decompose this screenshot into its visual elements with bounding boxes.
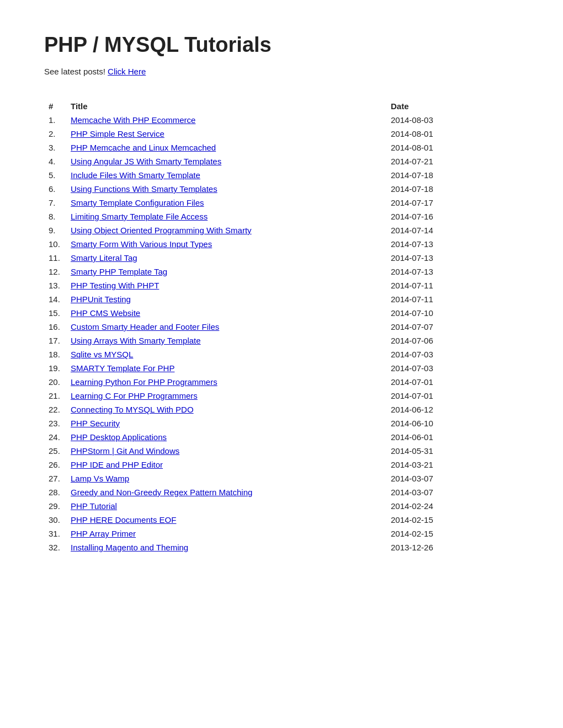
row-number: 17.: [44, 334, 66, 347]
row-title: PHP Testing With PHPT: [66, 279, 386, 292]
row-title: PHPUnit Testing: [66, 292, 386, 306]
tutorial-link[interactable]: PHP Simple Rest Service: [71, 129, 164, 138]
tutorial-link[interactable]: PHP Testing With PHPT: [71, 281, 159, 290]
tutorial-link[interactable]: PHP Security: [71, 419, 120, 428]
row-title: PHP IDE and PHP Editor: [66, 458, 386, 472]
tutorial-link[interactable]: Using Object Oriented Programming With S…: [71, 226, 252, 235]
tutorial-link[interactable]: PHP Array Primer: [71, 529, 136, 538]
table-row: 14.PHPUnit Testing2014-07-11: [44, 292, 519, 306]
row-date: 2014-07-13: [386, 265, 519, 279]
row-title: PHP Memcache and Linux Memcached: [66, 141, 386, 154]
tutorial-link[interactable]: PHP Memcache and Linux Memcached: [71, 143, 216, 152]
row-date: 2014-07-06: [386, 334, 519, 347]
row-number: 28.: [44, 485, 66, 499]
row-title: Installing Magento and Theming: [66, 540, 386, 554]
tutorial-link[interactable]: Smarty Literal Tag: [71, 253, 137, 263]
table-row: 2.PHP Simple Rest Service2014-08-01: [44, 127, 519, 141]
row-number: 31.: [44, 527, 66, 540]
row-date: 2014-07-03: [386, 361, 519, 375]
row-number: 1.: [44, 113, 66, 127]
tutorial-link[interactable]: Greedy and Non-Greedy Regex Pattern Matc…: [71, 488, 252, 497]
row-date: 2014-02-15: [386, 513, 519, 527]
row-number: 7.: [44, 196, 66, 210]
row-title: Learning Python For PHP Programmers: [66, 375, 386, 389]
tutorial-link[interactable]: Using Angular JS With Smarty Templates: [71, 157, 221, 166]
tutorial-link[interactable]: PHPUnit Testing: [71, 295, 131, 304]
row-number: 4.: [44, 154, 66, 168]
tutorial-link[interactable]: Installing Magento and Theming: [71, 543, 188, 552]
tutorial-link[interactable]: Smarty Form With Various Input Types: [71, 239, 212, 249]
table-row: 12.Smarty PHP Template Tag2014-07-13: [44, 265, 519, 279]
click-here-link[interactable]: Click Here: [108, 67, 146, 76]
row-date: 2014-07-18: [386, 182, 519, 196]
tutorial-link[interactable]: Memcache With PHP Ecommerce: [71, 115, 195, 125]
tutorial-link[interactable]: Using Functions With Smarty Templates: [71, 184, 217, 194]
table-row: 23.PHP Security2014-06-10: [44, 416, 519, 430]
row-date: 2014-07-01: [386, 375, 519, 389]
tutorial-link[interactable]: Smarty PHP Template Tag: [71, 267, 167, 276]
tutorial-link[interactable]: Limiting Smarty Template File Access: [71, 212, 208, 221]
table-row: 15.PHP CMS Website2014-07-10: [44, 306, 519, 320]
row-title: Learning C For PHP Programmers: [66, 389, 386, 403]
table-row: 6.Using Functions With Smarty Templates2…: [44, 182, 519, 196]
row-date: 2014-07-17: [386, 196, 519, 210]
table-body: 1.Memcache With PHP Ecommerce2014-08-032…: [44, 113, 519, 554]
row-date: 2014-03-21: [386, 458, 519, 472]
tutorial-link[interactable]: Include Files With Smarty Template: [71, 170, 200, 180]
table-row: 30.PHP HERE Documents EOF2014-02-15: [44, 513, 519, 527]
row-number: 29.: [44, 499, 66, 513]
row-title: Greedy and Non-Greedy Regex Pattern Matc…: [66, 485, 386, 499]
row-number: 23.: [44, 416, 66, 430]
subtitle: See latest posts! Click Here: [44, 67, 519, 76]
tutorial-link[interactable]: Smarty Template Configuration Files: [71, 198, 204, 207]
tutorial-link[interactable]: Custom Smarty Header and Footer Files: [71, 322, 219, 331]
row-date: 2014-02-15: [386, 527, 519, 540]
row-date: 2014-07-16: [386, 210, 519, 223]
tutorial-link[interactable]: Using Arrays With Smarty Template: [71, 336, 201, 345]
tutorial-link[interactable]: PHP HERE Documents EOF: [71, 515, 176, 524]
tutorial-link[interactable]: PHP IDE and PHP Editor: [71, 460, 163, 469]
row-number: 19.: [44, 361, 66, 375]
row-title: Limiting Smarty Template File Access: [66, 210, 386, 223]
tutorial-link[interactable]: PHPStorm | Git And Windows: [71, 446, 179, 456]
row-title: PHP Desktop Applications: [66, 430, 386, 444]
row-number: 27.: [44, 472, 66, 485]
row-title: PHP Security: [66, 416, 386, 430]
row-title: PHP Array Primer: [66, 527, 386, 540]
tutorial-link[interactable]: Learning C For PHP Programmers: [71, 391, 198, 400]
row-date: 2014-07-18: [386, 168, 519, 182]
row-number: 10.: [44, 237, 66, 251]
row-number: 25.: [44, 444, 66, 458]
row-title: Smarty Literal Tag: [66, 251, 386, 265]
row-date: 2014-03-07: [386, 485, 519, 499]
col-number-header: #: [44, 98, 66, 113]
row-number: 21.: [44, 389, 66, 403]
row-date: 2014-07-11: [386, 279, 519, 292]
row-date: 2014-06-01: [386, 430, 519, 444]
row-title: Connecting To MYSQL With PDO: [66, 403, 386, 416]
table-row: 28.Greedy and Non-Greedy Regex Pattern M…: [44, 485, 519, 499]
row-number: 18.: [44, 347, 66, 361]
row-date: 2014-07-21: [386, 154, 519, 168]
row-number: 20.: [44, 375, 66, 389]
tutorial-link[interactable]: Sqlite vs MYSQL: [71, 350, 133, 359]
tutorial-link[interactable]: PHP Tutorial: [71, 501, 117, 511]
table-row: 26.PHP IDE and PHP Editor2014-03-21: [44, 458, 519, 472]
tutorial-link[interactable]: Learning Python For PHP Programmers: [71, 377, 217, 387]
tutorial-link[interactable]: Lamp Vs Wamp: [71, 474, 129, 483]
table-header-row: # Title Date: [44, 98, 519, 113]
row-date: 2014-05-31: [386, 444, 519, 458]
tutorial-link[interactable]: PHP Desktop Applications: [71, 432, 167, 442]
page-title: PHP / MYSQL Tutorials: [44, 33, 519, 57]
tutorial-link[interactable]: PHP CMS Website: [71, 308, 140, 318]
table-row: 17.Using Arrays With Smarty Template2014…: [44, 334, 519, 347]
table-row: 4.Using Angular JS With Smarty Templates…: [44, 154, 519, 168]
row-date: 2014-07-13: [386, 237, 519, 251]
row-number: 32.: [44, 540, 66, 554]
tutorial-link[interactable]: Connecting To MYSQL With PDO: [71, 405, 194, 414]
row-date: 2014-08-03: [386, 113, 519, 127]
tutorial-link[interactable]: SMARTY Template For PHP: [71, 363, 174, 373]
row-number: 11.: [44, 251, 66, 265]
row-number: 22.: [44, 403, 66, 416]
row-number: 30.: [44, 513, 66, 527]
